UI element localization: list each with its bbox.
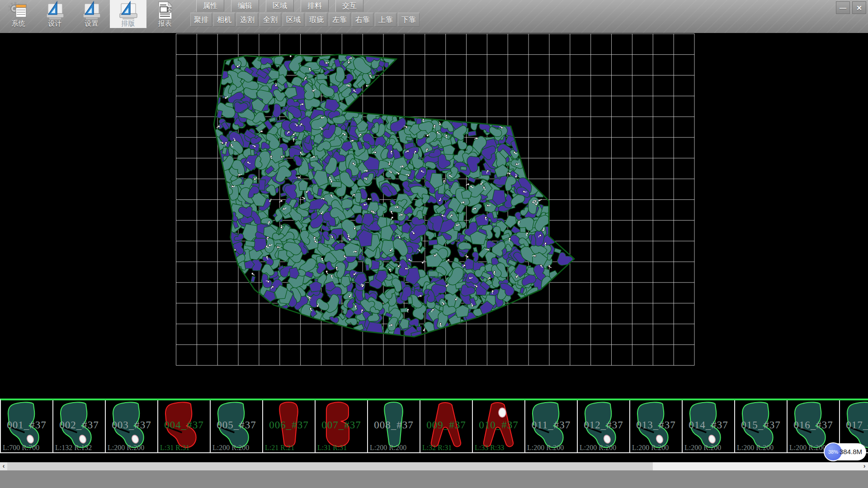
tool-button-bar: 聚排 相机 选割 全割 区域 瑕疵 左靠 右靠 上靠 下靠 xyxy=(190,13,421,27)
thumbnail-label: 003_#37 xyxy=(106,419,157,431)
thumbnail-label: 006_#37 xyxy=(263,419,315,431)
scroll-right-button[interactable]: › xyxy=(861,462,868,470)
tab-interact[interactable]: 交互 xyxy=(335,0,363,12)
scroll-left-button[interactable]: ‹ xyxy=(0,462,7,470)
piece-thumbnail[interactable]: 011_#37 L:200 R:200 xyxy=(525,400,578,452)
nesting-canvas[interactable] xyxy=(0,33,868,399)
thumbnail-label: 009_#37 xyxy=(420,419,472,431)
piece-thumbnail[interactable]: 002_#37 L:132 R:132 xyxy=(53,400,106,452)
minimize-button[interactable]: — xyxy=(836,1,850,14)
thumbnail-lr-count: L:31 R:31 xyxy=(317,444,347,452)
piece-thumbnail[interactable]: 003_#37 L:200 R:200 xyxy=(106,400,158,452)
tool-align-right[interactable]: 右靠 xyxy=(352,13,373,27)
piece-thumbnail[interactable]: 007_#37 L:31 R:31 xyxy=(316,400,368,452)
thumbnail-label: 004_#37 xyxy=(158,419,210,431)
thumbnail-lr-count: L:200 R:200 xyxy=(370,444,406,452)
piece-thumbnail[interactable]: 014_#37 L:200 R:200 xyxy=(683,400,735,452)
system-button-label: 系统 xyxy=(12,19,25,28)
thumbnail-lr-count: L:200 R:200 xyxy=(527,444,564,452)
menu-tab-bar: 属性 编辑 区域 排料 交互 xyxy=(196,0,370,12)
thumbnail-label: 015_#37 xyxy=(735,419,787,431)
tool-region[interactable]: 区域 xyxy=(283,13,304,27)
h-scrollbar[interactable]: ‹ › xyxy=(0,462,868,470)
main-button-bar: 系统 设计 设置 xyxy=(0,0,183,28)
ruler-icon xyxy=(81,0,102,20)
thumbnail-lr-count: L:132 R:132 xyxy=(55,444,92,452)
thumbnail-label: 010_#37 xyxy=(473,419,524,431)
thumbnail-label: 002_#37 xyxy=(53,419,105,431)
report-button[interactable]: 报表 xyxy=(146,0,183,28)
thumbnail-lr-count: L:31 R:31 xyxy=(160,444,189,452)
close-button[interactable]: ✕ xyxy=(852,1,866,14)
thumbnail-lr-count: L:200 R:200 xyxy=(108,444,144,452)
system-button[interactable]: 系统 xyxy=(0,0,37,28)
piece-thumbnail[interactable]: 004_#37 L:31 R:31 xyxy=(158,400,211,452)
thumbnail-lr-count: L:200 R:200 xyxy=(789,444,826,452)
tool-cut-all[interactable]: 全割 xyxy=(259,13,281,27)
ruler-icon xyxy=(118,0,139,20)
tab-region[interactable]: 区域 xyxy=(266,0,294,12)
thumbnail-lr-count: L:200 R:200 xyxy=(737,444,774,452)
piece-thumbnail[interactable]: 012_#37 L:200 R:200 xyxy=(578,400,630,452)
thumbnail-label: 001_#37 xyxy=(1,419,52,431)
ruler-icon xyxy=(45,0,66,20)
thumbnail-label: 013_#37 xyxy=(630,419,682,431)
memory-widget[interactable]: 38% 384.8M xyxy=(826,443,866,460)
thumbnail-lr-count: L:33 R:33 xyxy=(475,444,504,452)
window-controls: — ✕ xyxy=(836,1,866,14)
tool-camera[interactable]: 相机 xyxy=(213,13,235,27)
tool-align-left[interactable]: 左靠 xyxy=(329,13,350,27)
piece-thumbnail[interactable]: 015_#37 L:200 R:200 xyxy=(735,400,788,452)
thumbnail-label: 016_#37 xyxy=(788,419,839,431)
tab-edit[interactable]: 编辑 xyxy=(231,0,259,12)
nesting-canvas-svg[interactable] xyxy=(0,33,868,399)
nesting-button-label: 排版 xyxy=(122,19,135,28)
piece-thumbnail-strip: 001_#37 L:700 R:700 002_#37 L:132 R:132 … xyxy=(0,399,868,453)
thumbnail-lr-count: L:200 R:200 xyxy=(684,444,721,452)
settings-button-label: 设置 xyxy=(85,19,99,28)
tool-align-top[interactable]: 上靠 xyxy=(375,13,396,27)
design-button-label: 设计 xyxy=(48,19,62,28)
thumbnail-label: 011_#37 xyxy=(525,419,577,431)
piece-thumbnail[interactable]: 010_#37 L:33 R:33 xyxy=(473,400,525,452)
thumbnail-lr-count: L:32 R:31 xyxy=(422,444,452,452)
thumbnail-lr-count: L:21 R:21 xyxy=(265,444,294,452)
title-toolbar: 系统 设计 设置 xyxy=(0,0,868,33)
settings-button[interactable]: 设置 xyxy=(73,0,110,28)
thumbnail-lr-count: L:700 R:700 xyxy=(3,444,39,452)
thumbnail-label: 017_#37 xyxy=(840,419,868,431)
thumbnail-lr-count: L:200 R:200 xyxy=(580,444,616,452)
tool-defect[interactable]: 瑕疵 xyxy=(306,13,327,27)
report-icon xyxy=(155,0,175,20)
memory-value: 384.8M xyxy=(840,443,862,460)
thumbnail-label: 005_#37 xyxy=(211,419,262,431)
piece-thumbnail[interactable]: 008_#37 L:200 R:200 xyxy=(368,400,420,452)
system-icon xyxy=(8,0,29,20)
tab-properties[interactable]: 属性 xyxy=(196,0,224,12)
thumbnail-label: 014_#37 xyxy=(683,419,734,431)
tool-cluster-nest[interactable]: 聚排 xyxy=(190,13,212,27)
bottom-frame-band xyxy=(0,470,868,488)
piece-thumbnail[interactable]: 009_#37 L:32 R:31 xyxy=(420,400,473,452)
thumbnail-label: 007_#37 xyxy=(316,419,367,431)
piece-thumbnail[interactable]: 005_#37 L:200 R:200 xyxy=(211,400,263,452)
thumbnail-lr-count: L:200 R:200 xyxy=(632,444,669,452)
piece-thumbnail[interactable]: 001_#37 L:700 R:700 xyxy=(1,400,53,452)
thumbnail-label: 008_#37 xyxy=(368,419,420,431)
tab-nesting[interactable]: 排料 xyxy=(301,0,329,12)
scrollbar-thumb[interactable] xyxy=(7,462,653,470)
tool-select-cut[interactable]: 选割 xyxy=(236,13,258,27)
piece-thumbnail[interactable]: 006_#37 L:21 R:21 xyxy=(263,400,316,452)
design-button[interactable]: 设计 xyxy=(37,0,73,28)
piece-thumbnail[interactable]: 013_#37 L:200 R:200 xyxy=(630,400,683,452)
thumbnail-lr-count: L:200 R:200 xyxy=(212,444,249,452)
nesting-button[interactable]: 排版 xyxy=(110,0,146,28)
report-button-label: 报表 xyxy=(158,19,172,28)
tool-align-bottom[interactable]: 下靠 xyxy=(398,13,420,27)
thumbnail-label: 012_#37 xyxy=(578,419,629,431)
